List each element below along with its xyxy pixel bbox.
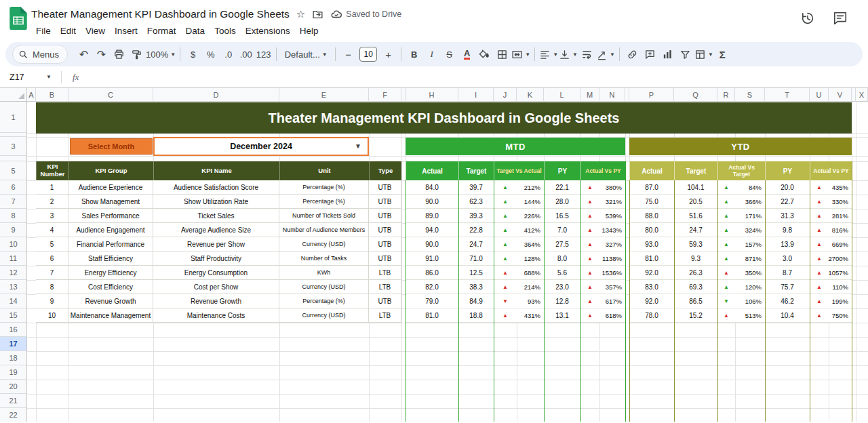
kpi-type-cell[interactable]: UTB (369, 237, 401, 251)
mtd-py-cell[interactable]: 13.1 (544, 308, 580, 323)
ytd-actual-vs-target-arrow[interactable]: ▲ (717, 251, 735, 266)
row-header-16[interactable]: 16 (0, 323, 27, 337)
kpi-unit-cell[interactable]: Number of Tasks (279, 251, 369, 266)
header-kpi-number[interactable]: KPI Number (36, 161, 68, 180)
column-header-E[interactable]: E (279, 88, 369, 102)
ytd-actual-vs-py-arrow[interactable]: ▲ (810, 223, 829, 237)
month-dropdown[interactable]: December 2024 ▼ (153, 137, 369, 156)
ytd-actual-vs-target-arrow[interactable]: ▼ (717, 294, 735, 308)
kpi-name-cell[interactable]: Staff Productivity (153, 251, 279, 266)
kpi-unit-cell[interactable]: Currency (USD) (279, 237, 369, 251)
mtd-py-cell[interactable]: 7.0 (544, 223, 580, 237)
kpi-number-cell[interactable]: 7 (36, 266, 68, 280)
row-header-15[interactable]: 15 (0, 308, 27, 323)
menu-file[interactable]: File (31, 24, 56, 37)
mtd-actual-vs-py-arrow[interactable]: ▲ (580, 209, 599, 223)
mtd-actual-vs-py-cell[interactable]: 380% (599, 180, 625, 195)
mtd-actual-vs-py-cell[interactable]: 617% (599, 294, 625, 308)
mtd-target-vs-actual-arrow[interactable]: ▲ (494, 251, 517, 266)
mtd-header-actual-vs-py[interactable]: Actual Vs PY (580, 161, 625, 180)
ytd-actual-vs-target-cell[interactable]: 513% (735, 308, 765, 323)
ytd-target-cell[interactable]: 69.3 (674, 280, 717, 294)
column-header-X[interactable]: X (856, 88, 868, 102)
row-header-5[interactable]: 5 (0, 161, 27, 180)
mtd-actual-vs-py-arrow[interactable]: ▲ (580, 308, 599, 323)
mtd-actual-cell[interactable]: 82.0 (406, 280, 458, 294)
column-header-D[interactable]: D (153, 88, 279, 102)
font-size-input[interactable]: 10 (359, 47, 377, 62)
kpi-name-cell[interactable]: Cost per Show (153, 280, 279, 294)
menu-extensions[interactable]: Extensions (241, 24, 295, 37)
sheets-logo-icon[interactable] (9, 7, 27, 30)
ytd-actual-vs-target-arrow[interactable]: ▲ (717, 195, 735, 209)
kpi-name-cell[interactable]: Ticket Sales (153, 209, 279, 223)
mtd-actual-vs-py-cell[interactable]: 357% (599, 280, 625, 294)
ytd-py-cell[interactable]: 8.7 (765, 266, 810, 280)
kpi-name-cell[interactable]: Average Audience Size (153, 223, 279, 237)
increase-font-size-button[interactable]: + (380, 45, 397, 63)
ytd-actual-vs-py-cell[interactable]: 669% (829, 237, 852, 251)
kpi-unit-cell[interactable]: Number of Tickets Sold (279, 209, 369, 223)
zoom-select[interactable]: 100%▼ (146, 45, 176, 63)
mtd-actual-vs-py-arrow[interactable]: ▲ (580, 223, 599, 237)
text-wrap-button[interactable] (578, 45, 595, 63)
kpi-number-cell[interactable]: 2 (36, 195, 68, 209)
ytd-py-cell[interactable]: 20.0 (765, 180, 810, 195)
mtd-header-target[interactable]: Target (458, 161, 494, 180)
version-history-icon[interactable] (800, 11, 815, 26)
ytd-py-cell[interactable]: 9.8 (765, 223, 810, 237)
kpi-name-cell[interactable]: Audience Satisfaction Score (153, 180, 279, 195)
ytd-header-target[interactable]: Target (674, 161, 717, 180)
mtd-target-vs-actual-cell[interactable]: 93% (517, 294, 544, 308)
row-header-4[interactable] (0, 156, 27, 161)
kpi-group-cell[interactable]: Sales Performance (68, 209, 153, 223)
mtd-actual-vs-py-arrow[interactable]: ▲ (580, 237, 599, 251)
ytd-target-cell[interactable]: 26.3 (674, 266, 717, 280)
decrease-decimal-button[interactable]: .0 (220, 45, 237, 63)
ytd-actual-vs-py-cell[interactable]: 1057% (829, 266, 852, 280)
kpi-type-cell[interactable]: UTB (369, 195, 401, 209)
ytd-actual-vs-py-arrow[interactable]: ▲ (810, 209, 829, 223)
mtd-target-cell[interactable]: 71.0 (458, 251, 494, 266)
mtd-target-vs-actual-arrow[interactable]: ▲ (494, 223, 517, 237)
mtd-header-target-vs-actual[interactable]: Target Vs Actual (494, 161, 544, 180)
row-header-7[interactable]: 7 (0, 195, 27, 209)
ytd-actual-vs-py-cell[interactable]: 2700% (829, 251, 852, 266)
row-header-12[interactable]: 12 (0, 266, 27, 280)
ytd-py-cell[interactable]: 22.7 (765, 195, 810, 209)
mtd-actual-vs-py-cell[interactable]: 618% (599, 308, 625, 323)
column-header-C[interactable]: C (68, 88, 153, 102)
kpi-group-cell[interactable]: Revenue Growth (68, 294, 153, 308)
insert-chart-button[interactable] (659, 45, 676, 63)
ytd-actual-vs-py-cell[interactable]: 281% (829, 209, 852, 223)
menu-view[interactable]: View (81, 24, 110, 37)
mtd-target-vs-actual-cell[interactable]: 412% (517, 223, 544, 237)
ytd-target-cell[interactable]: 104.1 (674, 180, 717, 195)
ytd-target-cell[interactable]: 24.7 (674, 223, 717, 237)
mtd-actual-cell[interactable]: 91.0 (406, 251, 458, 266)
functions-button[interactable]: Σ (714, 45, 731, 63)
select-all-corner[interactable] (0, 88, 27, 102)
increase-decimal-button[interactable]: .00 (237, 45, 254, 63)
ytd-target-cell[interactable]: 9.3 (674, 251, 717, 266)
ytd-header-py[interactable]: PY (765, 161, 810, 180)
column-header-B[interactable]: B (36, 88, 68, 102)
column-header-J[interactable]: J (494, 88, 517, 102)
ytd-py-cell[interactable]: 75.7 (765, 280, 810, 294)
row-header-22[interactable]: 22 (0, 408, 27, 422)
mtd-py-cell[interactable]: 27.5 (544, 237, 580, 251)
row-header-11[interactable]: 11 (0, 251, 27, 266)
kpi-group-cell[interactable]: Financial Performance (68, 237, 153, 251)
mtd-target-vs-actual-arrow[interactable]: ▲ (494, 280, 517, 294)
header-unit[interactable]: Unit (279, 161, 369, 180)
mtd-actual-cell[interactable]: 79.0 (406, 294, 458, 308)
row-header-19[interactable]: 19 (0, 365, 27, 380)
ytd-actual-vs-target-cell[interactable]: 106% (735, 294, 765, 308)
ytd-actual-cell[interactable]: 78.0 (629, 308, 674, 323)
mtd-target-cell[interactable]: 18.8 (458, 308, 494, 323)
mtd-target-vs-actual-cell[interactable]: 688% (517, 266, 544, 280)
mtd-actual-cell[interactable]: 90.0 (406, 195, 458, 209)
column-header-K[interactable]: K (517, 88, 544, 102)
ytd-actual-vs-target-arrow[interactable]: ▲ (717, 223, 735, 237)
ytd-actual-cell[interactable]: 80.0 (629, 223, 674, 237)
